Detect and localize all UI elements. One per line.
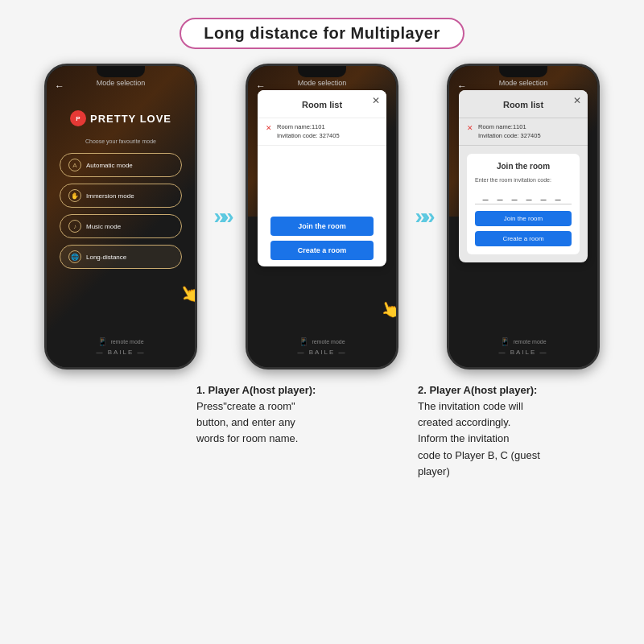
baile-footer-3: — BAILE —	[449, 349, 597, 356]
join-btn2[interactable]: Join the room	[475, 211, 572, 226]
long-distance-icon: 🌐	[68, 250, 81, 263]
remote-icon-2: 📱	[299, 337, 308, 346]
mode-header-3: Mode selection	[449, 79, 597, 87]
immersion-icon: ✋	[68, 189, 81, 202]
room-name: Room name:1101	[277, 123, 340, 132]
automatic-label: Automatic mode	[86, 162, 133, 169]
phone-3: ← Mode selection Room list ✕ ✕ Room name…	[447, 64, 600, 369]
join-room-x: ✕	[467, 124, 473, 132]
arrow-1: »»	[197, 136, 246, 297]
phone-1: ← Mode selection P PRETTY LOVE Choose yo…	[44, 64, 197, 369]
create-btn2[interactable]: Create a room	[475, 231, 572, 246]
phone1-notch	[97, 66, 145, 77]
choose-text: Choose your favourite mode	[47, 138, 195, 144]
phone-2: ← Mode selection Room list ✕ ✕ Room name…	[246, 64, 398, 369]
join-dialog: Room list ✕ ✕ Room name:1101 Invitation …	[459, 90, 588, 262]
page-title: Long distance for Multiplayer	[204, 24, 440, 42]
room-dialog-title: Room list	[302, 100, 342, 109]
baile-footer-1: — BAILE —	[47, 349, 195, 356]
remote-text-2: remote mode	[312, 339, 345, 345]
remote-icon-3: 📱	[500, 337, 510, 346]
join-dialog-close[interactable]: ✕	[573, 95, 581, 106]
long-distance-mode-btn[interactable]: 🌐 Long-distance	[60, 245, 182, 269]
immersion-label: Immersion mode	[86, 192, 134, 200]
room-item-x: ✕	[266, 124, 272, 132]
room-item-info: Room name:1101 Invitation code: 327405	[277, 123, 340, 140]
phone3-screen: ← Mode selection Room list ✕ ✕ Room name…	[449, 66, 597, 367]
room-dialog: Room list ✕ ✕ Room name:1101 Invitation …	[258, 90, 386, 266]
instruction-spacer	[24, 382, 177, 480]
room-dialog-footer: Join the room Create a room	[258, 210, 386, 266]
join-invitation-code: Invitation code: 327405	[478, 132, 541, 141]
instruction-text-1: 1. Player A(host player):Press"create a …	[196, 382, 395, 448]
join-inner-dialog: Join the room Enter the room invitation …	[467, 154, 580, 254]
instruction-1: 1. Player A(host player):Press"create a …	[193, 382, 398, 480]
room-dialog-header: Room list ✕	[258, 90, 386, 118]
instruction-number-1: 1. Player A(host player):Press"create a …	[196, 384, 316, 444]
create-room-button[interactable]: Create a room	[270, 241, 374, 260]
join-dialog-title: Room list	[503, 100, 543, 109]
hand-pointer-2: 👆	[378, 296, 398, 321]
join-inner-title: Join the room	[475, 162, 572, 171]
logo-text: PRETTY LOVE	[90, 113, 171, 125]
title-container: Long distance for Multiplayer	[180, 18, 464, 49]
join-room-list-item: ✕ Room name:1101 Invitation code: 327405	[459, 118, 588, 146]
automatic-mode-btn[interactable]: A Automatic mode	[60, 153, 182, 177]
join-room-info: Room name:1101 Invitation code: 327405	[478, 123, 541, 140]
remote-text-3: remote mode	[513, 339, 546, 345]
remote-mode-bar-1: 📱 remote mode	[47, 337, 195, 346]
instructions-row: 1. Player A(host player):Press"create a …	[0, 382, 644, 480]
music-label: Music mode	[86, 223, 121, 230]
instruction-number-2: 2. Player A(host player):The invitation …	[418, 384, 540, 477]
phone2-screen: ← Mode selection Room list ✕ ✕ Room name…	[248, 66, 396, 367]
join-dialog-header: Room list ✕	[459, 90, 588, 118]
immersion-mode-btn[interactable]: ✋ Immersion mode	[60, 184, 182, 208]
phone2-notch	[298, 66, 346, 77]
mode-buttons: A Automatic mode ✋ Immersion mode ♪ Musi…	[60, 153, 182, 269]
logo-area: P PRETTY LOVE	[47, 110, 195, 126]
long-distance-label: Long-distance	[86, 254, 126, 261]
mode-header-1: Mode selection	[47, 79, 195, 87]
remote-mode-bar-3: 📱 remote mode	[449, 337, 597, 346]
phone1-screen: ← Mode selection P PRETTY LOVE Choose yo…	[47, 66, 195, 367]
phone3-notch	[499, 66, 547, 77]
room-list-item: ✕ Room name:1101 Invitation code: 327405	[258, 118, 386, 146]
remote-text-1: remote mode	[110, 339, 143, 345]
invitation-code: Invitation code: 327405	[277, 132, 340, 141]
mode-header-2: Mode selection	[248, 79, 396, 87]
instruction-2: 2. Player A(host player):The invitation …	[415, 382, 620, 480]
arrow-2: »»	[398, 136, 447, 297]
join-inner-label: Enter the room invitation code:	[475, 177, 572, 183]
remote-mode-bar-2: 📱 remote mode	[248, 337, 396, 346]
music-icon: ♪	[68, 220, 81, 233]
join-code-input[interactable]: _ _ _ _ _ _	[475, 186, 572, 204]
join-room-name: Room name:1101	[478, 123, 541, 132]
baile-footer-2: — BAILE —	[248, 349, 396, 356]
music-mode-btn[interactable]: ♪ Music mode	[60, 214, 182, 238]
logo-icon: P	[70, 110, 86, 126]
room-dialog-close[interactable]: ✕	[372, 95, 380, 106]
room-dialog-body	[258, 146, 386, 210]
remote-icon-1: 📱	[97, 337, 107, 346]
phones-row: ← Mode selection P PRETTY LOVE Choose yo…	[44, 64, 600, 369]
join-room-button[interactable]: Join the room	[270, 217, 374, 236]
instruction-text-2: 2. Player A(host player):The invitation …	[418, 382, 617, 480]
automatic-icon: A	[68, 159, 81, 171]
